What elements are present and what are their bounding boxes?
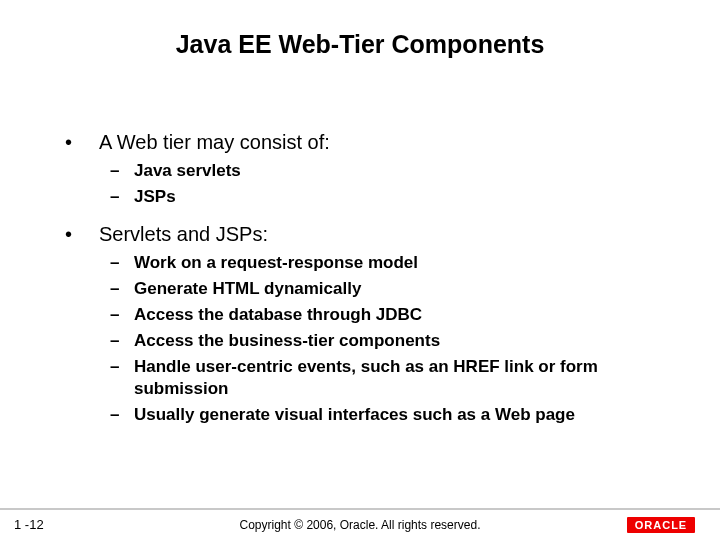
oracle-logo: ORACLE (616, 516, 706, 534)
dash-marker: – (110, 186, 134, 208)
sub-text: JSPs (134, 186, 176, 208)
sub-text: Access the business-tier components (134, 330, 440, 352)
bullet-text: A Web tier may consist of: (99, 130, 330, 154)
sub-text: Java servlets (134, 160, 241, 182)
footer: 1 -12 Copyright © 2006, Oracle. All righ… (0, 508, 720, 540)
dash-marker: – (110, 356, 134, 378)
sub-text: Generate HTML dynamically (134, 278, 361, 300)
copyright-text: Copyright © 2006, Oracle. All rights res… (0, 518, 720, 532)
bullet-text: Servlets and JSPs: (99, 222, 268, 246)
sub-list: – Work on a request-response model – Gen… (110, 252, 670, 426)
sub-item: – Usually generate visual interfaces suc… (110, 404, 670, 426)
dash-marker: – (110, 252, 134, 274)
sub-item: – Access the business-tier components (110, 330, 670, 352)
dash-marker: – (110, 404, 134, 426)
sub-text: Access the database through JDBC (134, 304, 422, 326)
sub-item: – Access the database through JDBC (110, 304, 670, 326)
oracle-logo-text: ORACLE (627, 517, 695, 533)
slide-content: • A Web tier may consist of: – Java serv… (65, 130, 670, 440)
bullet-marker: • (65, 130, 99, 154)
sub-item: – Work on a request-response model (110, 252, 670, 274)
dash-marker: – (110, 304, 134, 326)
bullet-item: • A Web tier may consist of: (65, 130, 670, 154)
slide: Java EE Web-Tier Components • A Web tier… (0, 0, 720, 540)
sub-item: – Generate HTML dynamically (110, 278, 670, 300)
dash-marker: – (110, 330, 134, 352)
sub-item: – Java servlets (110, 160, 670, 182)
sub-list: – Java servlets – JSPs (110, 160, 670, 208)
dash-marker: – (110, 278, 134, 300)
sub-item: – JSPs (110, 186, 670, 208)
dash-marker: – (110, 160, 134, 182)
bullet-marker: • (65, 222, 99, 246)
sub-text: Handle user-centric events, such as an H… (134, 356, 670, 400)
bullet-item: • Servlets and JSPs: (65, 222, 670, 246)
sub-text: Work on a request-response model (134, 252, 418, 274)
slide-title: Java EE Web-Tier Components (0, 0, 720, 69)
sub-item: – Handle user-centric events, such as an… (110, 356, 670, 400)
sub-text: Usually generate visual interfaces such … (134, 404, 575, 426)
